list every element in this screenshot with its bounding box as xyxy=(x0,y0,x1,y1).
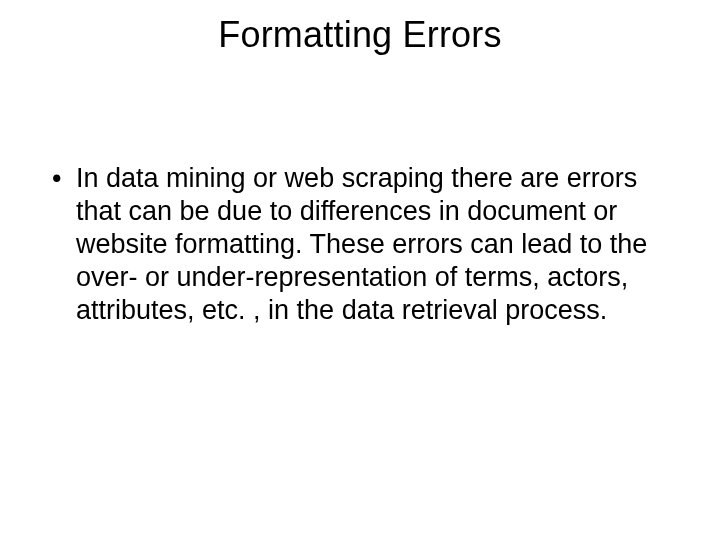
bullet-list: In data mining or web scraping there are… xyxy=(48,162,664,327)
slide: Formatting Errors In data mining or web … xyxy=(0,0,720,540)
bullet-text: In data mining or web scraping there are… xyxy=(76,163,647,325)
slide-body: In data mining or web scraping there are… xyxy=(48,162,664,327)
slide-title: Formatting Errors xyxy=(0,14,720,56)
list-item: In data mining or web scraping there are… xyxy=(48,162,664,327)
